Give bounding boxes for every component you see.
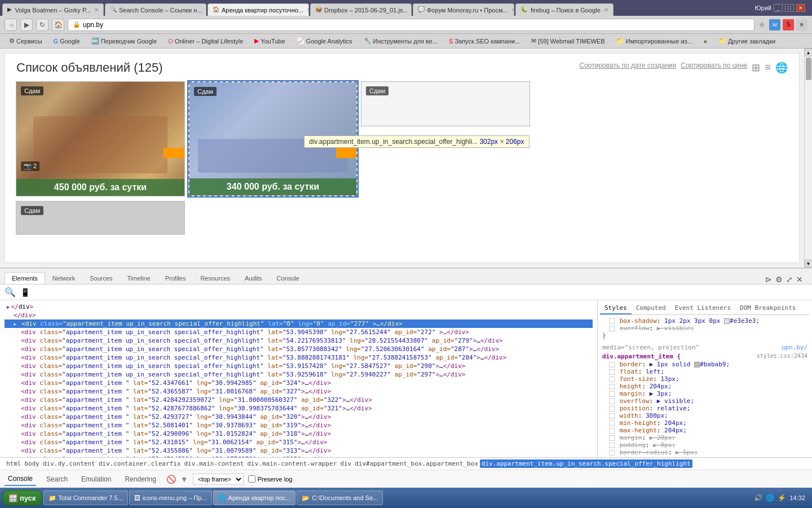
console-tab-emulation[interactable]: Emulation [78, 473, 114, 485]
html-line-7[interactable]: <div class="appartment_item up_in_search… [5, 362, 593, 370]
bookmark-more[interactable]: » [699, 37, 712, 46]
start-button[interactable]: 🪟 пуск [2, 490, 42, 506]
html-line-3[interactable]: <div class="appartment_item up_in_search… [5, 328, 593, 336]
sort-by-date[interactable]: Сортировать по дате создания [580, 62, 677, 74]
devtools-tab-profiles[interactable]: Profiles [158, 272, 193, 284]
prop-cb-padding[interactable] [609, 443, 615, 448]
maximize-button[interactable]: □ [785, 4, 794, 12]
html-line-15[interactable]: <div class="appartment_item " lat="52.42… [5, 430, 593, 438]
scroll-thumb[interactable] [806, 58, 811, 80]
bookmark-other[interactable]: 📁Другие закладки [714, 36, 780, 46]
html-line-8[interactable]: <div class="appartment_item up_in_search… [5, 370, 593, 379]
taskbar-item-docs[interactable]: 📂 C:\Documents and Se... [297, 491, 383, 505]
prop-cb-float[interactable] [609, 369, 615, 375]
html-line-1[interactable]: ▶</div> [5, 303, 593, 311]
html-line-12[interactable]: <div class="appartment_item " lat="52.42… [5, 404, 593, 413]
tray-time[interactable]: 14:32 [789, 494, 805, 502]
prop-cb-fontsize[interactable] [609, 376, 615, 382]
bookmark-tools[interactable]: 🔧Инструменты для ве... [359, 36, 443, 46]
html-line-6[interactable]: <div class="appartment_item up_in_search… [5, 353, 593, 362]
tab3-close[interactable]: ✕ [307, 7, 309, 13]
bookmark-google[interactable]: GGoogle [49, 37, 85, 46]
devtools-tab-resources[interactable]: Resources [193, 272, 237, 284]
minimize-button[interactable]: _ [774, 4, 783, 12]
console-tab-rendering[interactable]: Rendering [121, 473, 159, 485]
prop-cb-position[interactable] [609, 406, 615, 411]
devtools-resize-icon[interactable]: ⤢ [786, 275, 793, 284]
devtools-tab-sources[interactable]: Sources [82, 272, 120, 284]
prop-checkbox-overflow[interactable] [609, 326, 615, 331]
html-line-13[interactable]: <div class="appartment_item " lat="52.42… [5, 413, 593, 421]
html-line-5[interactable]: <div class="appartment_item up_in_search… [5, 345, 593, 353]
devtools-close-icon[interactable]: ✕ [796, 275, 803, 284]
bookmark-seo[interactable]: SЗапуск SEO кампани... [444, 37, 524, 46]
console-tab-console[interactable]: Console [5, 472, 36, 486]
bc-html[interactable]: html [5, 459, 23, 468]
bookmark-imported[interactable]: 📁Импортированные из... [612, 36, 697, 46]
tab2-close[interactable]: ✕ [206, 7, 206, 13]
styles-tab-events[interactable]: Event Listeners [670, 303, 735, 314]
home-button[interactable]: 🏠 [52, 19, 64, 31]
html-line-11[interactable]: <div class="appartment_item " lat="52.42… [5, 396, 593, 404]
address-bar[interactable]: 🔒 upn.by [68, 19, 754, 31]
tray-icon-3[interactable]: ⚡ [778, 494, 786, 502]
html-line-4[interactable]: <div class="appartment_item up_in_search… [5, 336, 593, 345]
scroll-down-arrow[interactable]: ▼ [805, 260, 813, 268]
close-window-button[interactable]: ✕ [796, 4, 805, 12]
prop-cb-margin[interactable] [609, 391, 615, 397]
devtools-dock-icon[interactable]: ⊳ [765, 275, 772, 284]
tab5-close[interactable]: ✕ [511, 7, 514, 13]
taskbar-item-totalcmd[interactable]: 📁 Total Commander 7.5... [43, 491, 128, 505]
console-tab-search[interactable]: Search [43, 473, 71, 485]
bookmark-translator[interactable]: 🔤Переводчик Google [87, 36, 162, 46]
bookmark-youtube[interactable]: ▶YouTube [250, 36, 289, 46]
inspect-element-btn[interactable]: 🔍 [5, 287, 16, 297]
forward-button[interactable]: ▶ [20, 19, 33, 31]
devtools-tab-network[interactable]: Network [45, 272, 82, 284]
view-map[interactable]: 🌐 [775, 62, 788, 74]
tab6-close[interactable]: ✕ [604, 7, 608, 13]
bookmarks-star[interactable]: ★ [758, 19, 766, 30]
prop-cb-border[interactable] [609, 362, 615, 367]
tab-5[interactable]: 💬 Форум Monoray.ru • Просм... ✕ [413, 3, 514, 16]
html-line-selected[interactable]: ▶ <div class="appartment_item up_in_sear… [5, 319, 593, 328]
view-list[interactable]: ≡ [765, 62, 771, 74]
html-line-9[interactable]: <div class="appartment_item " lat="52.43… [5, 379, 593, 387]
tab1-close[interactable]: ✕ [94, 7, 99, 13]
html-line-16[interactable]: <div class="appartment_item " lat="52.43… [5, 438, 593, 446]
scrollbar-vertical[interactable]: ▲ ▼ [804, 49, 812, 268]
bc-div-container[interactable]: div.container.clearfix [97, 459, 183, 468]
devtools-tab-elements[interactable]: Elements [5, 272, 45, 284]
tab-4[interactable]: 📦 Dropbox – 2015-06-29_01.js... ✕ [310, 3, 412, 16]
bc-div-content[interactable]: div.dy.content [41, 459, 97, 468]
listing-card-3[interactable]: Сдам [361, 81, 530, 126]
html-line-14[interactable]: <div class="appartment_item " lat="52.50… [5, 421, 593, 430]
html-line-2[interactable]: </div> [5, 311, 593, 319]
bookmark-webmail[interactable]: ✉[59] Webmail TIMEWEB [527, 36, 609, 46]
bookmark-analytics[interactable]: 📈Google Analytics [292, 36, 357, 46]
console-icon-2[interactable]: ▼ [180, 475, 188, 484]
tab-1[interactable]: ▶ Volga Boatmen – Gorky P... ✕ [2, 3, 104, 16]
prop-cb-borderradius[interactable] [609, 450, 615, 456]
prop-cb-overflow2[interactable] [609, 398, 615, 404]
console-frame-select[interactable]: <top frame> [193, 474, 244, 485]
devtools-tab-console[interactable]: Console [270, 272, 307, 284]
html-line-17[interactable]: <div class="appartment_item " lat="52.43… [5, 446, 593, 455]
bookmark-servisy[interactable]: ⚙Сервисы [5, 36, 47, 46]
styles-tab-dom[interactable]: DOM Breakpoints [735, 303, 800, 314]
devtools-tab-timeline[interactable]: Timeline [120, 272, 158, 284]
bc-div[interactable]: div [338, 459, 353, 468]
devtools-tab-audits[interactable]: Audits [237, 272, 270, 284]
prop-cb-margin2[interactable] [609, 435, 615, 441]
taskbar-item-aparts[interactable]: 🌐 Аренда квартир пос... [213, 491, 296, 505]
ext-icon-2[interactable]: S [783, 19, 794, 30]
bc-body[interactable]: body [23, 459, 42, 468]
prop-cb-minheight[interactable] [609, 421, 615, 426]
html-line-10[interactable]: <div class="appartment_item " lat="52.43… [5, 387, 593, 396]
back-button[interactable]: ◀ [5, 19, 17, 31]
device-mode-btn[interactable]: 📱 [20, 288, 30, 297]
sort-by-price[interactable]: Сортировать по цене [681, 62, 747, 74]
style-source-2434[interactable]: styles.css:2434 [757, 353, 807, 359]
refresh-button[interactable]: ↻ [36, 19, 48, 31]
styles-tab-styles[interactable]: Styles [600, 303, 632, 314]
